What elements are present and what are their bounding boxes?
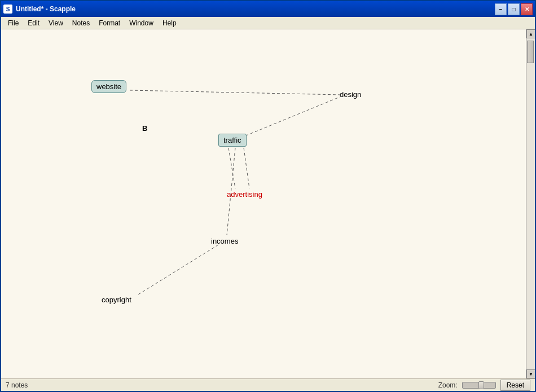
window-title: Untitled* - Scapple bbox=[16, 5, 76, 13]
menu-bar: File Edit View Notes Format Window Help bbox=[1, 17, 535, 29]
svg-line-0 bbox=[130, 90, 340, 95]
zoom-area: Zoom: Reset bbox=[438, 380, 530, 391]
menu-help[interactable]: Help bbox=[158, 18, 181, 28]
connections-svg bbox=[1, 29, 535, 378]
menu-window[interactable]: Window bbox=[125, 18, 158, 28]
zoom-thumb[interactable] bbox=[478, 381, 484, 389]
zoom-slider[interactable] bbox=[462, 382, 496, 389]
incomes-label: incomes bbox=[211, 237, 238, 245]
copyright-label: copyright bbox=[102, 296, 131, 304]
menu-file[interactable]: File bbox=[3, 18, 23, 28]
node-traffic[interactable]: traffic bbox=[218, 134, 247, 147]
canvas-area[interactable]: website design B traffic advertising inc… bbox=[1, 29, 535, 378]
scrollbar-vertical[interactable]: ▲ ▼ bbox=[526, 29, 535, 378]
node-website[interactable]: website bbox=[91, 80, 126, 93]
scroll-track[interactable] bbox=[526, 38, 535, 369]
svg-line-3 bbox=[244, 148, 249, 188]
status-bar: 7 notes Zoom: Reset bbox=[1, 378, 535, 391]
title-bar-buttons: − □ ✕ bbox=[495, 3, 533, 15]
reset-button[interactable]: Reset bbox=[500, 380, 530, 391]
design-label: design bbox=[340, 90, 361, 99]
title-bar: S Untitled* - Scapple − □ ✕ bbox=[1, 1, 535, 17]
notes-count: 7 notes bbox=[6, 381, 28, 389]
svg-line-1 bbox=[241, 97, 340, 138]
svg-line-5 bbox=[137, 245, 218, 296]
svg-line-2 bbox=[229, 148, 235, 188]
menu-view[interactable]: View bbox=[44, 18, 68, 28]
close-button[interactable]: ✕ bbox=[521, 3, 533, 15]
b-label: B bbox=[142, 124, 147, 133]
app-icon: S bbox=[3, 5, 12, 14]
maximize-button[interactable]: □ bbox=[508, 3, 520, 15]
menu-notes[interactable]: Notes bbox=[68, 18, 94, 28]
traffic-box: traffic bbox=[218, 134, 247, 147]
minimize-button[interactable]: − bbox=[495, 3, 507, 15]
title-bar-left: S Untitled* - Scapple bbox=[3, 5, 76, 14]
scroll-up-button[interactable]: ▲ bbox=[526, 29, 535, 38]
zoom-label: Zoom: bbox=[438, 381, 458, 389]
scroll-thumb[interactable] bbox=[527, 41, 534, 63]
scroll-down-button[interactable]: ▼ bbox=[526, 369, 535, 378]
menu-edit[interactable]: Edit bbox=[23, 18, 44, 28]
menu-format[interactable]: Format bbox=[94, 18, 125, 28]
website-box: website bbox=[91, 80, 126, 93]
advertising-label: advertising bbox=[227, 190, 262, 199]
main-window: S Untitled* - Scapple − □ ✕ File Edit Vi… bbox=[0, 0, 536, 392]
